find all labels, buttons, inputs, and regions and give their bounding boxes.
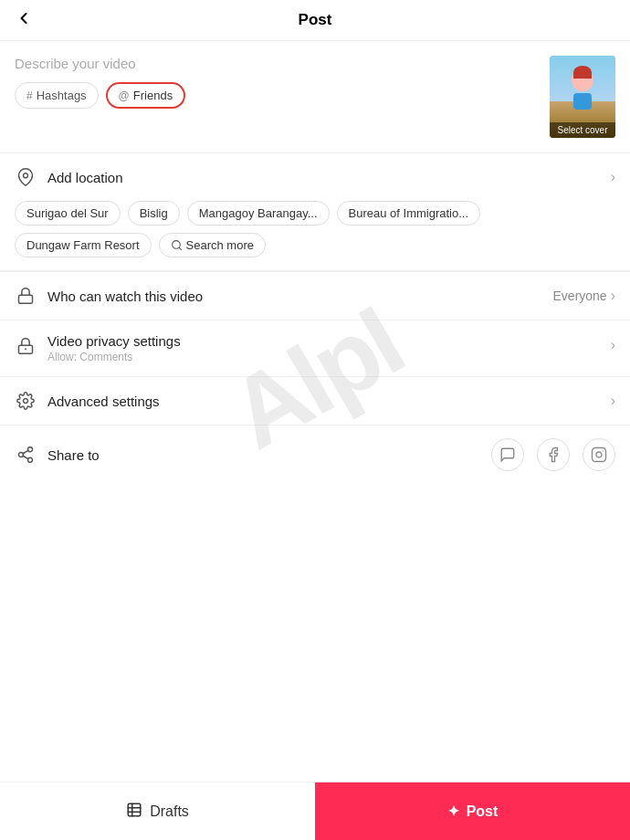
select-cover-label: Select cover bbox=[550, 122, 615, 138]
share-icon bbox=[15, 444, 37, 466]
location-tag-dungaw[interactable]: Dungaw Farm Resort bbox=[15, 233, 152, 257]
share-icons-group bbox=[491, 438, 615, 471]
location-chevron-icon: › bbox=[611, 169, 615, 185]
video-privacy-chevron-icon: › bbox=[611, 337, 615, 353]
settings-icon bbox=[15, 390, 37, 412]
video-privacy-sub-label: Allow: Comments bbox=[47, 351, 611, 363]
facebook-icon[interactable] bbox=[537, 438, 570, 471]
who-can-watch-label: Who can watch this video bbox=[47, 289, 553, 304]
location-tags: Surigao del Sur Bislig Mangagoy Barangay… bbox=[0, 201, 630, 271]
drafts-label: Drafts bbox=[150, 803, 189, 820]
location-tag-bislig[interactable]: Bislig bbox=[128, 201, 180, 226]
privacy-text-area: Video privacy settings Allow: Comments bbox=[47, 333, 611, 363]
svg-point-0 bbox=[24, 173, 28, 178]
svg-line-11 bbox=[23, 456, 28, 458]
hashtags-label: Hashtags bbox=[37, 89, 87, 102]
location-row[interactable]: Add location › bbox=[0, 152, 630, 201]
who-can-watch-value: Everyone bbox=[553, 289, 607, 303]
friends-label: Friends bbox=[133, 89, 173, 102]
lock-icon bbox=[15, 285, 37, 307]
location-label: Add location bbox=[47, 170, 611, 185]
advanced-settings-row[interactable]: Advanced settings › bbox=[0, 376, 630, 425]
post-button[interactable]: ✦ Post bbox=[315, 782, 630, 840]
post-label: Post bbox=[467, 803, 499, 820]
video-privacy-label: Video privacy settings bbox=[47, 333, 611, 349]
location-tag-bureau[interactable]: Bureau of Immigratio... bbox=[337, 201, 481, 226]
instagram-icon[interactable] bbox=[583, 438, 615, 471]
who-can-watch-chevron-icon: › bbox=[611, 288, 615, 304]
search-more-label: Search more bbox=[186, 238, 254, 252]
svg-point-7 bbox=[24, 399, 28, 404]
drafts-icon bbox=[126, 802, 142, 822]
svg-point-14 bbox=[596, 452, 602, 457]
header: Post bbox=[0, 0, 630, 41]
description-area: Describe your video # Hashtags @ Friends… bbox=[0, 41, 630, 152]
cover-thumbnail[interactable]: Select cover bbox=[550, 56, 615, 138]
cartoon-character bbox=[572, 69, 593, 110]
svg-rect-16 bbox=[128, 803, 141, 816]
share-to-label: Share to bbox=[47, 447, 491, 463]
friends-button[interactable]: @ Friends bbox=[106, 82, 186, 109]
location-icon bbox=[15, 166, 37, 188]
at-icon: @ bbox=[119, 89, 130, 102]
svg-line-2 bbox=[179, 247, 181, 249]
svg-point-6 bbox=[25, 349, 26, 351]
search-more-button[interactable]: Search more bbox=[159, 233, 266, 257]
who-can-watch-row[interactable]: Who can watch this video Everyone › bbox=[0, 271, 630, 320]
privacy-lock-icon bbox=[15, 335, 37, 357]
location-tag-mangagoy[interactable]: Mangagoy Barangay... bbox=[187, 201, 330, 226]
advanced-settings-chevron-icon: › bbox=[611, 393, 615, 409]
page-title: Post bbox=[299, 11, 332, 29]
advanced-settings-label: Advanced settings bbox=[47, 394, 611, 409]
description-input-area: Describe your video # Hashtags @ Friends bbox=[15, 56, 539, 109]
back-button[interactable] bbox=[15, 9, 33, 32]
video-privacy-row[interactable]: Video privacy settings Allow: Comments › bbox=[0, 320, 630, 376]
svg-rect-13 bbox=[593, 448, 606, 462]
description-placeholder[interactable]: Describe your video bbox=[15, 56, 539, 71]
post-icon: ✦ bbox=[447, 803, 459, 820]
svg-rect-3 bbox=[19, 295, 33, 303]
hashtags-button[interactable]: # Hashtags bbox=[15, 82, 99, 109]
svg-line-12 bbox=[23, 450, 28, 453]
svg-point-15 bbox=[603, 450, 604, 451]
bottom-bar: Drafts ✦ Post bbox=[0, 782, 630, 840]
messenger-icon[interactable] bbox=[491, 438, 524, 471]
location-tag-surigao[interactable]: Surigao del Sur bbox=[15, 201, 121, 226]
drafts-button[interactable]: Drafts bbox=[0, 782, 315, 840]
tag-buttons: # Hashtags @ Friends bbox=[15, 82, 539, 109]
hashtag-icon: # bbox=[26, 89, 33, 102]
share-to-row: Share to bbox=[0, 425, 630, 484]
